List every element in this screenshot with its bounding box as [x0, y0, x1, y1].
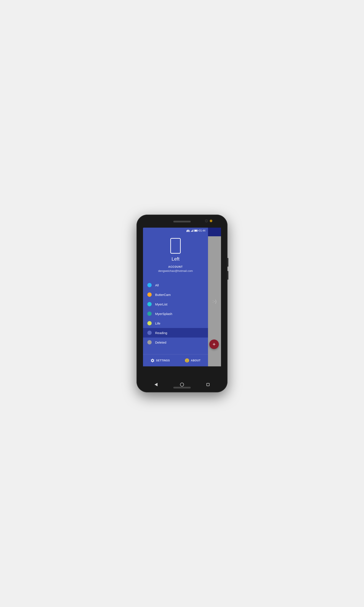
nav-list: All ButterCam MyerList MyerSplash — [143, 278, 208, 354]
fab-button[interactable]: + — [209, 340, 219, 349]
back-icon — [155, 383, 157, 386]
nav-dot-reading — [147, 330, 152, 335]
about-button[interactable]: 🙂 ABOUT — [185, 358, 201, 363]
about-icon: 🙂 — [185, 358, 190, 363]
nav-dot-all — [147, 283, 152, 287]
settings-label: SETTINGS — [156, 359, 170, 362]
nav-item-myerlist[interactable]: MyerList — [143, 299, 208, 309]
main-content: :-) + — [208, 228, 221, 366]
drawer-header: Left ACCOUNT dengweichao@hotmail.com — [143, 234, 208, 278]
nav-item-buttercam[interactable]: ButterCam — [143, 290, 208, 299]
nav-label-myersplash: MyerSplash — [155, 312, 172, 316]
phone-screen: 01:44 Left ACCOUNT dengweichao@hotmail.c… — [143, 228, 221, 379]
status-time: 01:44 — [199, 229, 205, 232]
nav-label-deleted: Deleted — [155, 341, 166, 344]
nav-label-life: Life — [155, 321, 160, 325]
speaker-bottom — [173, 387, 191, 388]
nav-dot-myersplash — [147, 312, 152, 316]
app-icon — [170, 238, 181, 254]
nav-label-buttercam: ButterCam — [155, 293, 171, 297]
about-label: ABOUT — [191, 359, 201, 362]
nav-dot-buttercam — [147, 292, 152, 297]
back-button[interactable] — [153, 381, 159, 388]
drawer: 01:44 Left ACCOUNT dengweichao@hotmail.c… — [143, 228, 208, 366]
speaker-top — [173, 221, 191, 223]
volume-down-button[interactable] — [228, 271, 228, 280]
main-content-topbar — [208, 228, 221, 236]
nav-item-deleted[interactable]: Deleted — [143, 338, 208, 347]
camera — [205, 219, 208, 223]
account-label: ACCOUNT — [158, 265, 193, 268]
nav-label-reading: Reading — [155, 331, 167, 335]
status-icons: 01:44 — [187, 229, 205, 232]
fab-icon: + — [213, 341, 216, 347]
account-section: ACCOUNT dengweichao@hotmail.com — [155, 265, 196, 275]
nav-item-reading[interactable]: Reading — [143, 328, 208, 338]
status-bar: 01:44 — [143, 228, 208, 234]
main-content-emoji: :-) — [213, 299, 217, 304]
recents-icon — [207, 383, 209, 386]
settings-icon — [150, 358, 155, 363]
battery-icon — [194, 230, 198, 232]
flash — [210, 220, 212, 222]
nav-dot-myerlist — [147, 302, 152, 306]
drawer-bottom: SETTINGS 🙂 ABOUT — [143, 354, 208, 366]
settings-button[interactable]: SETTINGS — [150, 358, 170, 363]
nav-label-all: All — [155, 283, 159, 287]
volume-up-button[interactable] — [228, 258, 228, 267]
nav-dot-deleted — [147, 340, 152, 344]
nav-dot-life — [147, 321, 152, 325]
phone-frame: 01:44 Left ACCOUNT dengweichao@hotmail.c… — [136, 215, 228, 392]
nav-item-life[interactable]: Life — [143, 318, 208, 328]
nav-item-all[interactable]: All — [143, 280, 208, 290]
recents-button[interactable] — [205, 381, 211, 388]
drawer-title: Left — [172, 256, 180, 262]
nav-item-myersplash[interactable]: MyerSplash — [143, 309, 208, 318]
home-icon — [180, 383, 184, 386]
signal-icon — [191, 230, 193, 232]
account-email: dengweichao@hotmail.com — [158, 269, 193, 273]
nav-label-myerlist: MyerList — [155, 303, 168, 306]
wifi-icon — [187, 230, 190, 232]
